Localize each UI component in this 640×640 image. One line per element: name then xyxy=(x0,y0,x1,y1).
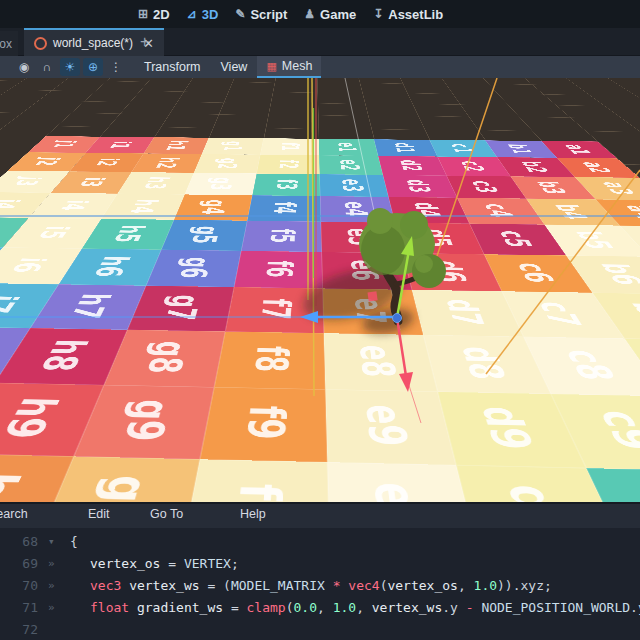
search-menu[interactable]: Search xyxy=(0,507,28,521)
code-text xyxy=(68,619,70,640)
indent-marker: » xyxy=(48,575,68,597)
scene-icon xyxy=(34,37,47,50)
main-tab-assetlib-label: AssetLib xyxy=(388,7,443,22)
assetlib-icon: ↧ xyxy=(373,7,383,21)
help-menu[interactable]: Help xyxy=(240,507,266,521)
tree-bush-bump-left xyxy=(367,208,393,234)
indent-marker xyxy=(48,619,68,640)
add-scene-tab-button[interactable]: + xyxy=(140,32,149,52)
main-tab-script-label: Script xyxy=(250,7,287,22)
orange-gizmo-line-2 xyxy=(486,170,640,374)
orange-gizmo-line-1 xyxy=(437,78,497,256)
main-tab-3d[interactable]: ⊿ 3D xyxy=(187,7,219,22)
script-icon: ✎ xyxy=(235,7,245,21)
main-tab-game[interactable]: ♟ Game xyxy=(304,7,356,22)
gizmo-plane-handle[interactable] xyxy=(367,291,377,301)
main-tab-game-label: Game xyxy=(320,7,356,22)
main-tab-assetlib[interactable]: ↧ AssetLib xyxy=(373,7,443,22)
code-line-69[interactable]: 69»vertex_os = VERTEX; xyxy=(0,553,640,575)
move-gizmo[interactable] xyxy=(0,236,421,423)
code-text: vertex_os = VERTEX; xyxy=(68,553,239,575)
main-tab-2d[interactable]: ⊞ 2D xyxy=(138,7,170,22)
viewport-toolbar: ◉ ∩ ☀ ⊕ ⋮ Transform View ▦ Mesh xyxy=(0,56,640,78)
main-tab-3d-label: 3D xyxy=(202,7,219,22)
line-number: 69 xyxy=(0,553,48,575)
transform-menu[interactable]: Transform xyxy=(134,60,211,74)
code-line-70[interactable]: 70»vec3 vertex_ws = (MODEL_MATRIX * vec4… xyxy=(0,575,640,597)
preview-environment-icon[interactable]: ⊕ xyxy=(83,58,103,76)
world-axis-lines xyxy=(0,78,640,396)
tree-bush-bump-right xyxy=(400,211,428,239)
editor-top-bar: ⊞ 2D ⊿ 3D ✎ Script ♟ Game ↧ AssetLib xyxy=(0,0,640,28)
main-tab-script[interactable]: ✎ Script xyxy=(235,7,287,22)
scene-tab-bar: ox world_space(*) ✕ + xyxy=(0,28,640,56)
gizmo-center-handle[interactable] xyxy=(393,314,402,323)
viewport-overlay xyxy=(0,78,640,502)
line-number: 72 xyxy=(0,619,48,640)
godot-editor-window: ⊞ 2D ⊿ 3D ✎ Script ♟ Game ↧ AssetLib ox xyxy=(0,0,640,640)
mesh-icon: ▦ xyxy=(266,60,276,73)
2d-icon: ⊞ xyxy=(138,7,148,21)
line-number: 70 xyxy=(0,575,48,597)
main-tab-2d-label: 2D xyxy=(153,7,170,22)
code-text: vec3 vertex_ws = (MODEL_MATRIX * vec4(ve… xyxy=(68,575,552,597)
scene-tab-label: world_space(*) xyxy=(53,36,133,50)
fold-arrow-icon[interactable]: ▾ xyxy=(48,531,68,553)
gizmo-red-arrowhead[interactable] xyxy=(399,372,413,392)
code-line-68[interactable]: 68▾{ xyxy=(0,531,640,553)
3d-viewport[interactable]: j1i1h1g1f1e1d1c1b1a1j2i2h2g2f2e2d2c2b2a2… xyxy=(0,78,640,502)
code-line-72[interactable]: 72 xyxy=(0,619,640,640)
indent-marker: » xyxy=(48,597,68,619)
preview-sun-icon[interactable]: ☀ xyxy=(60,58,80,76)
edit-menu[interactable]: Edit xyxy=(88,507,110,521)
code-text: { xyxy=(68,531,78,553)
workspace-switcher: ⊞ 2D ⊿ 3D ✎ Script ♟ Game ↧ AssetLib xyxy=(138,0,443,28)
line-number: 71 xyxy=(0,597,48,619)
goto-menu[interactable]: Go To xyxy=(150,507,183,521)
3d-icon: ⊿ xyxy=(187,7,197,21)
game-icon: ♟ xyxy=(304,7,315,21)
mesh-menu[interactable]: ▦ Mesh xyxy=(257,56,321,78)
view-options-dots-icon[interactable]: ⋮ xyxy=(106,60,126,74)
scene-tab-previous[interactable]: ox xyxy=(0,31,18,56)
tree-bush-small-highlight xyxy=(415,255,433,273)
view-menu[interactable]: View xyxy=(211,60,258,74)
shader-code-editor[interactable]: 68▾{69»vertex_os = VERTEX;70»vec3 vertex… xyxy=(0,528,640,640)
scene-tab-previous-label: ox xyxy=(0,37,12,51)
shader-editor-panel: Search Edit Go To Help 68▾{69»vertex_os … xyxy=(0,502,640,640)
indent-marker: » xyxy=(48,553,68,575)
line-number: 68 xyxy=(0,531,48,553)
code-text: float gradient_ws = clamp(0.0, 1.0, vert… xyxy=(68,597,640,619)
code-line-71[interactable]: 71»float gradient_ws = clamp(0.0, 1.0, v… xyxy=(0,597,640,619)
sphere-icon[interactable]: ◉ xyxy=(14,60,34,74)
shader-panel-menubar: Search Edit Go To Help xyxy=(0,502,640,528)
mesh-menu-label: Mesh xyxy=(282,59,313,73)
snap-magnet-icon[interactable]: ∩ xyxy=(37,60,57,74)
